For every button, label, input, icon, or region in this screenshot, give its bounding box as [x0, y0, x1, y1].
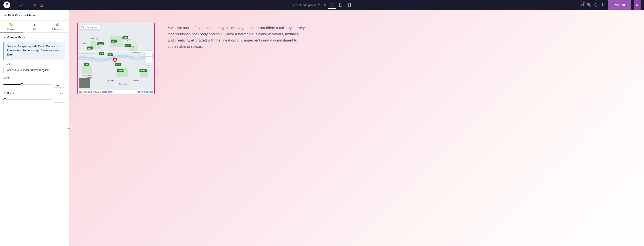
sidebar-title: Edit Google Maps: [8, 13, 36, 17]
canvas-inner: A406 A503 A406 M11 A12 A40 A1: [69, 10, 644, 107]
map-controls: + −: [146, 50, 152, 63]
sidebar-content: ▼ Google Maps Set your Google Maps API K…: [0, 33, 68, 106]
add-icon[interactable]: +: [14, 3, 16, 7]
google-maps-section-header[interactable]: ▼ Google Maps: [4, 36, 65, 39]
svg-text:A12: A12: [126, 45, 130, 47]
search-icon[interactable]: 🔍: [587, 3, 591, 7]
svg-text:Mitcham: Mitcham: [107, 79, 114, 82]
map-footer: ⌨ Map data ©2025 Google Terms Report a m…: [78, 90, 154, 94]
unit-dropdown-arrow: ▼: [62, 92, 64, 94]
back-arrow-icon[interactable]: ◀: [4, 14, 6, 17]
tablet-view-btn[interactable]: [337, 1, 344, 9]
height-slider-row: [4, 97, 65, 102]
svg-text:e: e: [126, 83, 128, 85]
layers-icon[interactable]: ⧉: [34, 3, 36, 7]
svg-text:cu: cu: [147, 65, 148, 67]
publish-button[interactable]: Publish: [608, 0, 631, 10]
map-widget[interactable]: A406 A503 A406 M11 A12 A40 A1: [78, 23, 155, 94]
sidebar: ◀ Edit Google Maps ✏️ Content ◑ Style ⚙️…: [0, 10, 69, 106]
publish-dropdown-button[interactable]: ▶: [634, 0, 640, 10]
tab-advanced[interactable]: ⚙️ Advanced: [46, 21, 68, 32]
map-terms-link[interactable]: Terms: [108, 91, 114, 93]
svg-text:g: g: [124, 83, 125, 85]
svg-text:A102: A102: [141, 70, 145, 72]
integrations-settings-link[interactable]: Integrations Settings: [7, 49, 33, 52]
zoom-slider-track[interactable]: [4, 84, 52, 85]
here-link[interactable]: here.: [7, 53, 13, 56]
svg-text:A1: A1: [109, 54, 111, 56]
location-input[interactable]: [4, 67, 58, 73]
zoom-in-btn[interactable]: +: [146, 50, 152, 56]
info-text-2: page. Create your key: [33, 49, 59, 52]
svg-text:Wembley: Wembley: [90, 38, 98, 40]
height-row: ◴ Height px ▼: [4, 91, 65, 95]
view-controls: [328, 1, 353, 9]
svg-text:Ilford: Ilford: [130, 45, 134, 47]
desktop-view-btn[interactable]: [328, 1, 336, 9]
elementor-logo[interactable]: E: [4, 2, 10, 8]
preview-icon[interactable]: 👁: [601, 3, 605, 7]
height-value-input[interactable]: [54, 97, 65, 102]
api-info-box: Set your Google Maps API Key in Elemento…: [4, 42, 65, 60]
tab-content[interactable]: ✏️ Content: [0, 21, 23, 32]
svg-point-6: [349, 6, 350, 6]
svg-text:G: G: [119, 83, 120, 85]
text-content-area: A vibrant oasis of plant-based delights,…: [168, 23, 305, 50]
topbar-center: Elementor #8 (Draft) ▼ ⚙: [69, 1, 575, 9]
height-slider-thumb[interactable]: [4, 98, 6, 101]
tab-style[interactable]: ◑ Style: [23, 21, 46, 32]
page-dropdown-arrow[interactable]: ▼: [318, 4, 320, 6]
tabs-row: ✏️ Content ◑ Style ⚙️ Advanced: [0, 21, 68, 33]
page-title: Elementor #8 (Draft): [291, 4, 316, 7]
zoom-slider-container: [4, 82, 65, 88]
info-text-1: Set your Google Maps API Key in Elemento…: [7, 45, 60, 48]
zoom-label-row: Zoom: [4, 76, 65, 80]
zoom-out-btn[interactable]: −: [146, 57, 152, 63]
svg-text:A23: A23: [119, 70, 122, 72]
svg-text:l: l: [80, 59, 80, 61]
sidebar-header: ◀ Edit Google Maps: [0, 10, 68, 21]
zoom-value-input[interactable]: [54, 82, 65, 88]
height-slider-track[interactable]: [4, 99, 52, 100]
section-collapse-arrow: ▼: [4, 36, 6, 38]
unit-label: px: [59, 92, 61, 94]
notifications-icon[interactable]: ✉: [581, 3, 584, 7]
style-tab-icon: ◑: [33, 23, 36, 27]
section-title: Google Maps: [7, 36, 25, 39]
location-label: Location: [4, 63, 65, 66]
map-svg: A406 A503 A406 M11 A12 A40 A1: [78, 23, 154, 90]
svg-text:rrow: rrow: [82, 42, 86, 44]
mobile-view-btn[interactable]: [346, 1, 353, 9]
map-data-text: Map data ©2025 Google: [84, 91, 107, 93]
svg-rect-64: [79, 78, 90, 88]
svg-text:A214: A214: [116, 64, 120, 66]
svg-text:o: o: [120, 83, 122, 85]
svg-point-62: [114, 59, 116, 61]
chat-icon[interactable]: ◫: [40, 3, 43, 7]
height-unit-selector[interactable]: px ▼: [57, 91, 65, 95]
svg-text:o: o: [122, 83, 124, 85]
canvas-area: A406 A503 A406 M11 A12 A40 A1: [69, 10, 644, 246]
template-icon[interactable]: ☵: [27, 3, 30, 7]
zoom-slider-thumb[interactable]: [20, 83, 24, 86]
topbar-right: ✉ 🔍 ⓘ 👁 Publish ▶: [575, 0, 644, 10]
svg-text:A406: A406: [88, 47, 92, 49]
height-label-text: Height: [7, 92, 14, 94]
sliders-icon[interactable]: ⇄: [20, 3, 23, 7]
svg-text:A40: A40: [100, 53, 103, 55]
content-tab-icon: ✏️: [9, 23, 14, 27]
svg-point-4: [341, 6, 341, 6]
sidebar-collapse-handle[interactable]: ◀: [66, 125, 71, 130]
view-larger-map-link[interactable]: View larger map: [80, 25, 100, 29]
advanced-tab-icon: ⚙️: [55, 23, 59, 27]
svg-text:A503: A503: [98, 43, 103, 45]
map-report-link[interactable]: Report a map error: [135, 91, 153, 93]
notification-badge: [583, 2, 585, 4]
help-icon[interactable]: ⓘ: [594, 2, 598, 8]
svg-text:l: l: [126, 83, 126, 85]
location-field-row: ☰: [4, 67, 65, 73]
map-placeholder: A406 A503 A406 M11 A12 A40 A1: [78, 23, 154, 90]
location-icon-btn[interactable]: ☰: [59, 67, 65, 73]
settings-icon[interactable]: ⚙: [324, 3, 326, 7]
height-monitor-icon: ◴: [4, 92, 6, 94]
